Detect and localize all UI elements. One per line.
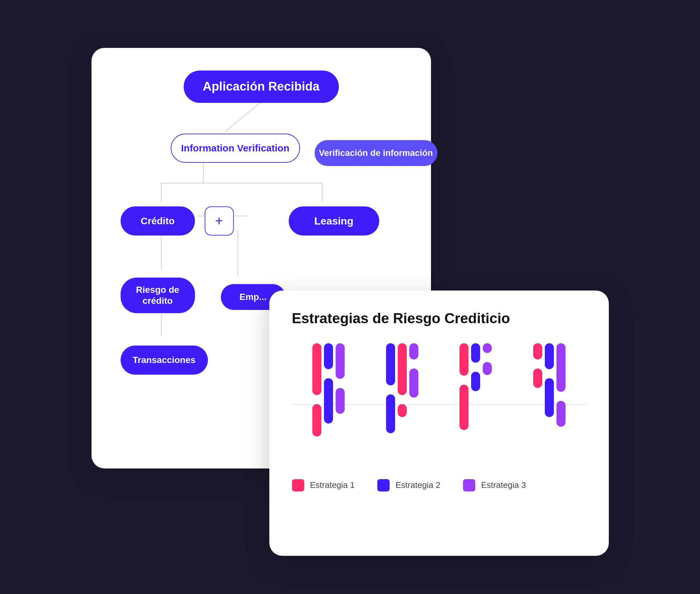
bar-col-3 <box>336 343 345 466</box>
bar-col-12 <box>556 343 565 466</box>
bar-col-4 <box>386 343 395 466</box>
bar-blue-above-1 <box>324 343 333 369</box>
bar-purple-below-2 <box>409 368 418 398</box>
emp-label: Emp... <box>239 292 267 302</box>
legend-label-3: Estrategia 3 <box>481 480 526 490</box>
bar-blue-below-4 <box>545 378 554 417</box>
chart-title: Estrategias de Riesgo Crediticio <box>292 310 586 327</box>
bar-pink-above-1 <box>312 343 321 395</box>
bar-blue-above-4 <box>545 343 554 369</box>
node-riesgo: Riesgo de crédito <box>120 277 195 313</box>
chart-group-3 <box>459 343 492 466</box>
bar-purple-below-1 <box>336 388 345 414</box>
credito-label: Crédito <box>141 215 175 227</box>
bar-col-1 <box>312 343 321 466</box>
scene: Aplicación Recibida Information Verifica… <box>92 38 609 556</box>
bar-col-6 <box>409 343 418 466</box>
node-credito: Crédito <box>120 206 195 235</box>
bar-purple-above-1 <box>336 343 345 379</box>
node-leasing: Leasing <box>289 206 379 235</box>
node-aplicacion: Aplicación Recibida <box>184 70 339 103</box>
node-info-verification: Information Verification <box>171 134 300 163</box>
bar-col-11 <box>545 343 554 466</box>
bar-pink-below-3 <box>459 385 468 430</box>
bar-col-5 <box>398 343 407 466</box>
bar-blue-above-2 <box>386 343 395 385</box>
chart-group-4 <box>533 343 565 466</box>
bar-purple-above-2 <box>409 343 418 359</box>
legend-label-2: Estrategia 2 <box>395 480 441 490</box>
bar-pink-below-4 <box>533 368 542 388</box>
bar-pink-above-2 <box>398 343 407 395</box>
bar-col-9 <box>483 343 492 466</box>
bar-col-10 <box>533 343 542 466</box>
bar-blue-below-3 <box>471 372 480 391</box>
riesgo-label: Riesgo de crédito <box>120 285 195 306</box>
bar-purple-below-4 <box>556 401 565 427</box>
legend-dot-1 <box>292 479 304 491</box>
bar-pink-below-1 <box>312 404 321 436</box>
chart-group-1 <box>312 343 345 466</box>
legend-label-1: Estrategia 1 <box>310 480 355 490</box>
bar-blue-above-3 <box>471 343 480 363</box>
chart-card: Estrategias de Riesgo Crediticio <box>269 291 609 556</box>
bar-purple-above-4 <box>556 343 565 392</box>
bar-purple-above-3 <box>483 343 492 353</box>
bar-pink-below-2 <box>398 404 407 417</box>
leasing-label: Leasing <box>314 215 353 227</box>
node-transacciones: Transacciones <box>120 345 208 375</box>
legend-dot-2 <box>377 479 390 491</box>
legend-item-1: Estrategia 1 <box>292 479 355 491</box>
legend-item-2: Estrategia 2 <box>377 479 441 491</box>
node-verificacion: Verificación de información <box>315 140 438 166</box>
bar-purple-below-3 <box>483 362 492 375</box>
bar-col-7 <box>459 343 468 466</box>
transacciones-label: Transacciones <box>133 355 196 366</box>
bar-blue-below-1 <box>324 378 333 424</box>
verificacion-label: Verificación de información <box>319 148 433 158</box>
info-verification-label: Information Verification <box>181 142 289 154</box>
svg-line-0 <box>225 102 261 132</box>
bar-pink-above-4 <box>533 343 542 359</box>
plus-label: + <box>215 213 223 229</box>
aplicacion-label: Aplicación Recibida <box>203 79 319 94</box>
chart-legend: Estrategia 1 Estrategia 2 Estrategia 3 <box>292 479 586 491</box>
bar-col-8 <box>471 343 480 466</box>
chart-area <box>292 343 586 466</box>
legend-item-3: Estrategia 3 <box>463 479 526 491</box>
bar-pink-above-3 <box>459 343 468 375</box>
bar-blue-below-2 <box>386 394 395 433</box>
bar-col-2 <box>324 343 333 466</box>
node-plus[interactable]: + <box>205 206 234 235</box>
legend-dot-3 <box>463 479 475 491</box>
chart-group-2 <box>386 343 418 466</box>
